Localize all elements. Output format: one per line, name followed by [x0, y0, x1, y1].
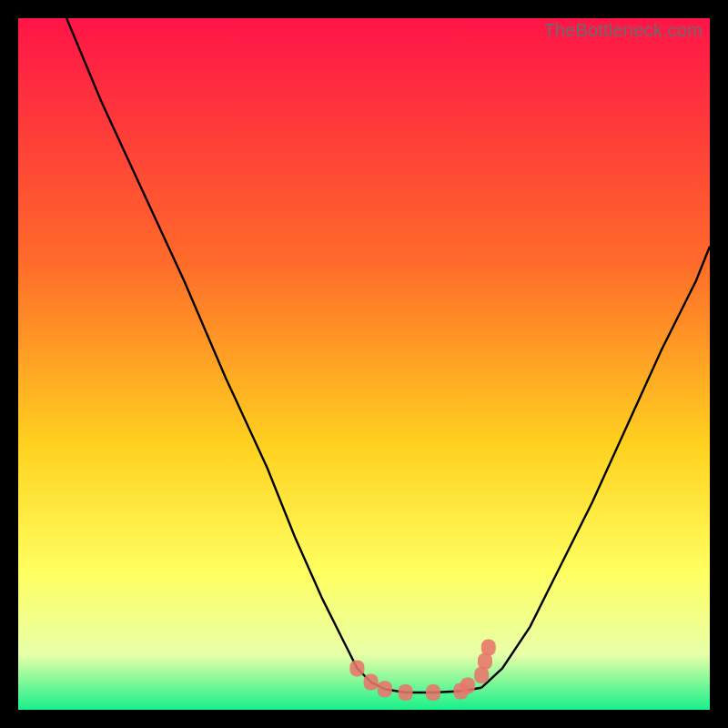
marker-point	[426, 684, 440, 701]
watermark-text: TheBottleneck.com	[543, 20, 703, 41]
marker-point	[481, 640, 496, 656]
marker-point	[460, 677, 475, 693]
marker-point	[364, 674, 379, 691]
gradient-background	[18, 18, 710, 710]
bottleneck-chart	[18, 18, 710, 710]
marker-point	[399, 684, 413, 701]
marker-point	[378, 681, 392, 697]
chart-frame: TheBottleneck.com	[18, 18, 710, 710]
marker-point	[349, 660, 364, 676]
